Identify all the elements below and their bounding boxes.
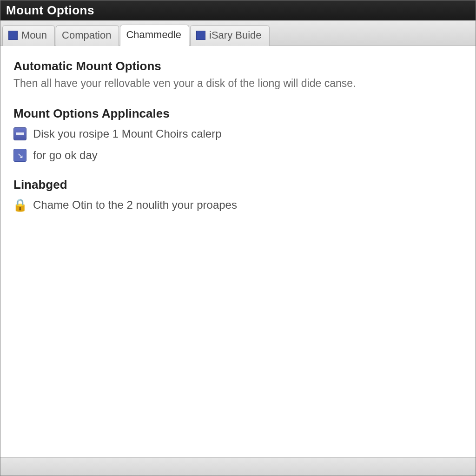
section-automatic: Automatic Mount Options Then all have yo… (13, 59, 463, 91)
tab-label: Moun (21, 29, 47, 41)
lock-icon: 🔒 (13, 198, 26, 212)
section-linabged: Linabged 🔒 Chame Otin to the 2 noulith y… (13, 178, 463, 212)
mount-options-window: Mount Options Moun Compation Chammedle i… (0, 0, 476, 476)
option-row-page[interactable]: for go ok day (13, 149, 463, 162)
option-label: Chame Otin to the 2 noulith your proapes (33, 198, 237, 212)
tab-icon (8, 31, 18, 40)
disk-icon (13, 127, 26, 140)
section-title: Linabged (13, 178, 463, 192)
tab-content: Automatic Mount Options Then all have yo… (0, 46, 476, 457)
option-row-disk[interactable]: Disk you rosipe 1 Mount Choirs calerp (13, 127, 463, 140)
tab-compation[interactable]: Compation (56, 25, 119, 46)
window-titlebar: Mount Options (0, 0, 476, 20)
tab-label: iSary Buide (209, 29, 262, 41)
section-title: Mount Options Applincales (13, 106, 463, 121)
window-title: Mount Options (6, 3, 94, 17)
tab-strip: Moun Compation Chammedle iSary Buide (0, 20, 476, 46)
option-row-lock[interactable]: 🔒 Chame Otin to the 2 noulith your proap… (13, 198, 463, 212)
tab-moun[interactable]: Moun (2, 25, 55, 46)
tab-chammedle[interactable]: Chammedle (120, 25, 189, 46)
tab-label: Chammedle (126, 29, 181, 41)
section-title: Automatic Mount Options (13, 59, 463, 73)
option-label: Disk you rosipe 1 Mount Choirs calerp (33, 127, 222, 140)
tab-icon (196, 31, 205, 40)
window-bottom-bar (0, 457, 476, 476)
tab-isary-buide[interactable]: iSary Buide (190, 25, 270, 46)
page-icon (13, 149, 26, 162)
section-description: Then all have your rellovable ven your a… (13, 76, 463, 91)
tab-label: Compation (62, 29, 111, 41)
option-label: for go ok day (33, 149, 98, 162)
section-applincales: Mount Options Applincales Disk you rosip… (13, 106, 463, 162)
